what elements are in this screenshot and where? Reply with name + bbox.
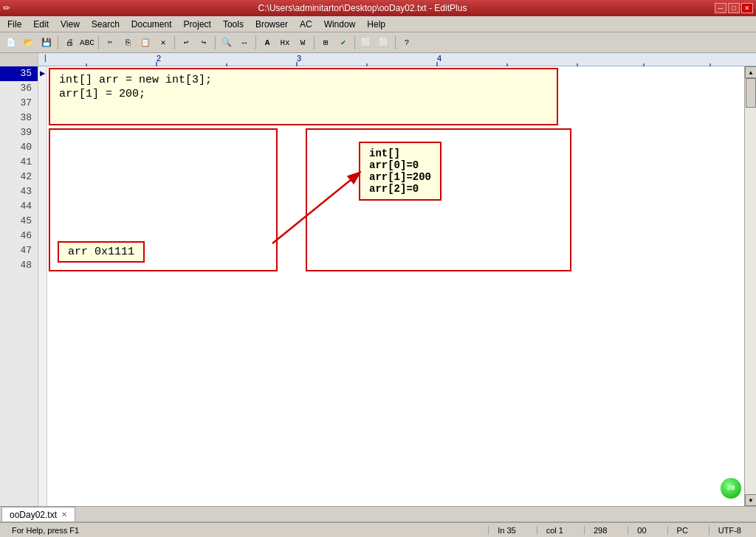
line-num-40: 40 <box>0 140 38 155</box>
find-button[interactable]: 🔍 <box>219 35 235 51</box>
main-area: 35 36 37 38 39 40 41 42 43 44 45 46 47 4… <box>0 53 756 506</box>
scrollbar: ▲ ▼ <box>744 66 756 506</box>
menubar: File Edit View Search Document Project T… <box>0 16 756 32</box>
scroll-thumb[interactable] <box>746 78 756 108</box>
bold-button[interactable]: A <box>259 35 275 51</box>
toolbar-sep-7 <box>354 36 355 49</box>
line-num-43: 43 <box>0 184 38 199</box>
status-help: For Help, press F1 <box>6 526 476 535</box>
line-num-37: 37 <box>0 96 38 111</box>
toolbar-sep-4 <box>215 36 216 49</box>
scroll-track <box>745 78 756 494</box>
cut-button[interactable]: ✂ <box>102 35 118 51</box>
ann-val-line2: arr[0]=0 <box>369 159 431 171</box>
menu-ac[interactable]: AC <box>294 16 318 32</box>
check-button[interactable]: ✔ <box>335 35 351 51</box>
w-button[interactable]: W <box>295 35 311 51</box>
line-num-35: 35 <box>0 66 38 81</box>
col-button[interactable]: ⊞ <box>317 35 334 51</box>
line-num-39: 39 <box>0 125 38 140</box>
hx-button[interactable]: Hx <box>277 35 293 51</box>
tabbar: ooDay02.txt ✕ <box>0 506 756 522</box>
code-content[interactable]: int[] arr = new int[3]; arr[1] = 200; ar… <box>47 66 744 506</box>
toolbar-sep-8 <box>395 36 396 49</box>
print-button[interactable]: 🖨 <box>61 35 78 51</box>
menu-browser[interactable]: Browser <box>250 16 294 32</box>
green-circle: 30 <box>721 478 741 499</box>
clip2-button[interactable]: ⬜ <box>376 35 392 51</box>
menu-tools[interactable]: Tools <box>217 16 250 32</box>
new-button[interactable]: 📄 <box>3 35 19 51</box>
scroll-up-button[interactable]: ▲ <box>745 66 756 78</box>
undo-button[interactable]: ↩ <box>178 35 194 51</box>
titlebar-title: C:\Users\adminitartor\Desktop\ooDay02.tx… <box>258 3 467 13</box>
menu-window[interactable]: Window <box>318 16 362 32</box>
status-col: col 1 <box>537 526 572 535</box>
tab-label: ooDay02.txt <box>10 510 57 520</box>
status-encoding1: PC <box>667 526 697 535</box>
tab-close-icon[interactable]: ✕ <box>61 510 67 519</box>
scroll-down-button[interactable]: ▼ <box>745 494 756 506</box>
line-num-47: 47 <box>0 243 38 258</box>
editor-area[interactable]: | 2 3 4 <box>38 53 756 506</box>
status-num1: 298 <box>584 526 616 535</box>
menu-document[interactable]: Document <box>126 16 178 32</box>
replace-button[interactable]: ↔ <box>236 35 252 51</box>
tab-ooday02[interactable]: ooDay02.txt ✕ <box>1 507 75 522</box>
open-button[interactable]: 📂 <box>21 35 37 51</box>
toolbar-sep-2 <box>98 36 99 49</box>
toolbar-sep-5 <box>255 36 256 49</box>
maximize-button[interactable]: □ <box>728 3 740 13</box>
status-encoding2: UTF-8 <box>709 526 750 535</box>
copy-button[interactable]: ⎘ <box>120 35 136 51</box>
close-button[interactable]: ✕ <box>741 3 753 13</box>
left-margin: ▶ <box>38 66 47 506</box>
redo-button[interactable]: ↪ <box>196 35 212 51</box>
app-icon: ✏ <box>3 3 10 13</box>
menu-help[interactable]: Help <box>361 16 391 32</box>
ruler-ticks <box>38 53 756 66</box>
titlebar: ✏ C:\Users\adminitartor\Desktop\ooDay02.… <box>0 0 756 16</box>
toolbar-sep-1 <box>58 36 58 49</box>
menu-view[interactable]: View <box>55 16 86 32</box>
clip1-button[interactable]: ⬜ <box>358 35 374 51</box>
annotation-bottom-right: int[] arr[0]=0 arr[1]=200 arr[2]=0 <box>306 128 571 271</box>
ann-top-line2: arr[1] = 200; <box>59 88 548 100</box>
status-num2: 00 <box>628 526 655 535</box>
delete-button[interactable]: ✕ <box>155 35 171 51</box>
annotation-bottom-left: arr 0x1111 <box>49 128 278 271</box>
code-area: ▶ <box>38 66 756 506</box>
line-num-45: 45 <box>0 214 38 229</box>
ann-val-line1: int[] <box>369 148 431 159</box>
green-circle-label: 30 <box>727 485 735 492</box>
extra-button[interactable]: ? <box>399 35 415 51</box>
line-numbers: 35 36 37 38 39 40 41 42 43 44 45 46 47 4… <box>0 53 38 506</box>
spell-button[interactable]: ABC <box>79 35 95 51</box>
menu-search[interactable]: Search <box>86 16 126 32</box>
ann-top-line1: int[] arr = new int[3]; <box>59 74 548 86</box>
line-num-42: 42 <box>0 170 38 184</box>
ann-addr-text: arr 0x1111 <box>68 246 134 258</box>
menu-file[interactable]: File <box>1 16 27 32</box>
annotation-values: int[] arr[0]=0 arr[1]=200 arr[2]=0 <box>359 142 441 201</box>
ruler: | 2 3 4 <box>38 53 756 66</box>
line-num-41: 41 <box>0 155 38 170</box>
annotation-top: int[] arr = new int[3]; arr[1] = 200; <box>49 68 558 125</box>
menu-edit[interactable]: Edit <box>27 16 55 32</box>
line-num-46: 46 <box>0 229 38 243</box>
menu-project[interactable]: Project <box>178 16 217 32</box>
paste-button[interactable]: 📋 <box>137 35 154 51</box>
status-line: In 35 <box>488 526 524 535</box>
statusbar: For Help, press F1 In 35 col 1 298 00 PC… <box>0 522 756 537</box>
titlebar-buttons: ─ □ ✕ <box>715 3 753 13</box>
line-num-48: 48 <box>0 258 38 273</box>
minimize-button[interactable]: ─ <box>715 3 726 13</box>
save-button[interactable]: 💾 <box>38 35 55 51</box>
bookmark-arrow: ▶ <box>38 66 47 81</box>
line-num-36: 36 <box>0 81 38 96</box>
toolbar-sep-3 <box>174 36 175 49</box>
ann-val-line3: arr[1]=200 <box>369 171 431 183</box>
ann-val-line4: arr[2]=0 <box>369 183 431 195</box>
toolbar: 📄 📂 💾 🖨 ABC ✂ ⎘ 📋 ✕ ↩ ↪ 🔍 ↔ A Hx W ⊞ ✔ ⬜… <box>0 32 756 53</box>
line-num-44: 44 <box>0 199 38 214</box>
